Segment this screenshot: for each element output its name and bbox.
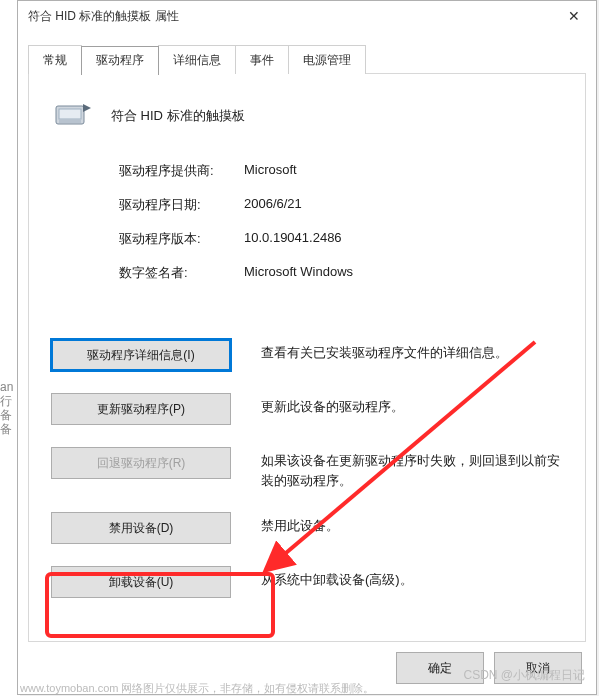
driver-details-button[interactable]: 驱动程序详细信息(I) xyxy=(51,339,231,371)
tab-panel: 符合 HID 标准的触摸板 驱动程序提供商: Microsoft 驱动程序日期:… xyxy=(28,73,586,642)
driver-details-desc: 查看有关已安装驱动程序文件的详细信息。 xyxy=(261,339,567,363)
date-value: 2006/6/21 xyxy=(244,196,302,214)
touchpad-icon xyxy=(53,98,93,134)
close-button[interactable]: ✕ xyxy=(551,1,596,31)
rollback-driver-button: 回退驱动程序(R) xyxy=(51,447,231,479)
signer-label: 数字签名者: xyxy=(119,264,244,282)
watermark: CSDN @小枫编程日记 xyxy=(463,667,585,684)
driver-info: 驱动程序提供商: Microsoft 驱动程序日期: 2006/6/21 驱动程… xyxy=(119,162,353,298)
uninstall-device-button[interactable]: 卸载设备(U) xyxy=(51,566,231,598)
svg-rect-3 xyxy=(70,120,81,123)
disable-device-desc: 禁用此设备。 xyxy=(261,512,567,536)
close-icon: ✕ xyxy=(568,8,580,24)
date-label: 驱动程序日期: xyxy=(119,196,244,214)
svg-rect-2 xyxy=(59,120,70,123)
device-title: 符合 HID 标准的触摸板 xyxy=(111,107,245,125)
provider-value: Microsoft xyxy=(244,162,297,180)
tab-driver[interactable]: 驱动程序 xyxy=(81,46,159,75)
action-buttons: 驱动程序详细信息(I) 查看有关已安装驱动程序文件的详细信息。 更新驱动程序(P… xyxy=(51,339,567,620)
disable-device-button[interactable]: 禁用设备(D) xyxy=(51,512,231,544)
version-label: 驱动程序版本: xyxy=(119,230,244,248)
titlebar: 符合 HID 标准的触摸板 属性 ✕ xyxy=(18,1,596,31)
provider-label: 驱动程序提供商: xyxy=(119,162,244,180)
uninstall-device-desc: 从系统中卸载设备(高级)。 xyxy=(261,566,567,590)
tabstrip: 常规 驱动程序 详细信息 事件 电源管理 xyxy=(28,45,586,74)
properties-dialog: 符合 HID 标准的触摸板 属性 ✕ 常规 驱动程序 详细信息 事件 电源管理 … xyxy=(17,0,597,695)
page-footer: www.toymoban.com 网络图片仅供展示，非存储，如有侵权请联系删除。 xyxy=(20,681,374,696)
rollback-driver-desc: 如果该设备在更新驱动程序时失败，则回退到以前安装的驱动程序。 xyxy=(261,447,567,490)
version-value: 10.0.19041.2486 xyxy=(244,230,342,248)
svg-rect-1 xyxy=(59,109,81,119)
tab-events[interactable]: 事件 xyxy=(235,45,289,74)
update-driver-button[interactable]: 更新驱动程序(P) xyxy=(51,393,231,425)
dialog-title: 符合 HID 标准的触摸板 属性 xyxy=(28,8,551,25)
device-header: 符合 HID 标准的触摸板 xyxy=(53,98,245,134)
update-driver-desc: 更新此设备的驱动程序。 xyxy=(261,393,567,417)
tab-power[interactable]: 电源管理 xyxy=(288,45,366,74)
tab-general[interactable]: 常规 xyxy=(28,45,82,74)
tab-details[interactable]: 详细信息 xyxy=(158,45,236,74)
signer-value: Microsoft Windows xyxy=(244,264,353,282)
